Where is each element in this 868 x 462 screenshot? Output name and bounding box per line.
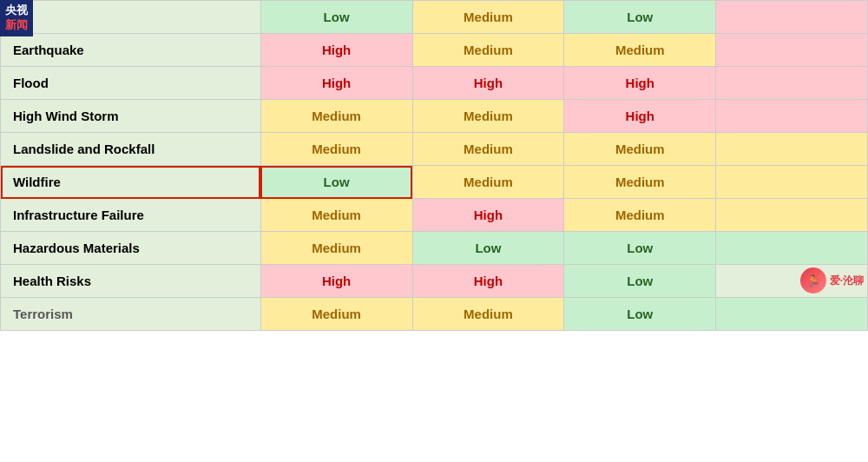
hazard-name-wildfire: Wildfire bbox=[1, 166, 261, 199]
col1-value: High bbox=[260, 67, 412, 100]
table-row: Hazardous Materials Medium Low Low bbox=[1, 232, 868, 265]
col1-value: High bbox=[260, 265, 412, 298]
col1-value: Medium bbox=[260, 133, 412, 166]
hazard-name: High Wind Storm bbox=[1, 100, 261, 133]
hazard-name: Infrastructure Failure bbox=[1, 199, 261, 232]
watermark-br-inner: 🏃 爱·沦聊 bbox=[797, 265, 867, 298]
col2-value: Medium bbox=[412, 100, 564, 133]
col3-value: Medium bbox=[564, 133, 716, 166]
hazard-name: Earthquake bbox=[1, 34, 261, 67]
col2-value: Medium bbox=[412, 298, 564, 331]
col3-value: Low bbox=[564, 1, 716, 34]
col3-value: Low bbox=[564, 298, 716, 331]
table-row: Flood High High High bbox=[1, 67, 868, 100]
watermark-line1: 央视 bbox=[5, 3, 28, 18]
table-row: Earthquake High Medium Medium bbox=[1, 34, 868, 67]
col4-value bbox=[716, 232, 868, 265]
col4-value bbox=[716, 166, 868, 199]
col1-value: Medium bbox=[260, 298, 412, 331]
col2-value: High bbox=[412, 265, 564, 298]
col4-value: 🏃 爱·沦聊 bbox=[716, 265, 868, 298]
col4-value bbox=[716, 100, 868, 133]
col2-value: High bbox=[412, 67, 564, 100]
col4-value bbox=[716, 67, 868, 100]
col2-value: Medium bbox=[412, 1, 564, 34]
table-row: Health Risks High High Low 🏃 爱·沦聊 bbox=[1, 265, 868, 298]
hazard-name: ht bbox=[1, 1, 261, 34]
hazard-name: Flood bbox=[1, 67, 261, 100]
col3-value: Medium bbox=[564, 199, 716, 232]
col3-value: Low bbox=[564, 232, 716, 265]
table-row: ht Low Medium Low bbox=[1, 1, 868, 34]
col4-value bbox=[716, 298, 868, 331]
col3-value: High bbox=[564, 67, 716, 100]
col1-value: Medium bbox=[260, 199, 412, 232]
table-row: Terrorism Medium Medium Low bbox=[1, 298, 868, 331]
col3-value: Low bbox=[564, 265, 716, 298]
risk-table: ht Low Medium Low Earthquake High Medium… bbox=[0, 0, 868, 331]
col2-value: High bbox=[412, 199, 564, 232]
watermark-line2: 新闻 bbox=[5, 18, 28, 33]
col1-value: High bbox=[260, 34, 412, 67]
table-row: Landslide and Rockfall Medium Medium Med… bbox=[1, 133, 868, 166]
col2-value: Low bbox=[412, 232, 564, 265]
watermark-top-left: 央视 新闻 bbox=[0, 0, 33, 36]
col1-value: Medium bbox=[260, 100, 412, 133]
table-row: Infrastructure Failure Medium High Mediu… bbox=[1, 199, 868, 232]
hazard-name: Health Risks bbox=[1, 265, 261, 298]
col2-value: Medium bbox=[412, 133, 564, 166]
col2-value: Medium bbox=[412, 166, 564, 199]
hazard-name: Hazardous Materials bbox=[1, 232, 261, 265]
col2-value: Medium bbox=[412, 34, 564, 67]
col3-value: Medium bbox=[564, 166, 716, 199]
hazard-name: Terrorism bbox=[1, 298, 261, 331]
table-row-wildfire: Wildfire Low Medium Medium bbox=[1, 166, 868, 199]
col4-value bbox=[716, 133, 868, 166]
col1-value-wildfire: Low bbox=[260, 166, 412, 199]
col3-value: High bbox=[564, 100, 716, 133]
col3-value: Medium bbox=[564, 34, 716, 67]
col4-value bbox=[716, 34, 868, 67]
col1-value: Low bbox=[260, 1, 412, 34]
col4-value bbox=[716, 199, 868, 232]
hazard-name: Landslide and Rockfall bbox=[1, 133, 261, 166]
col1-value: Medium bbox=[260, 232, 412, 265]
col4-value bbox=[716, 1, 868, 34]
table-row: High Wind Storm Medium Medium High bbox=[1, 100, 868, 133]
